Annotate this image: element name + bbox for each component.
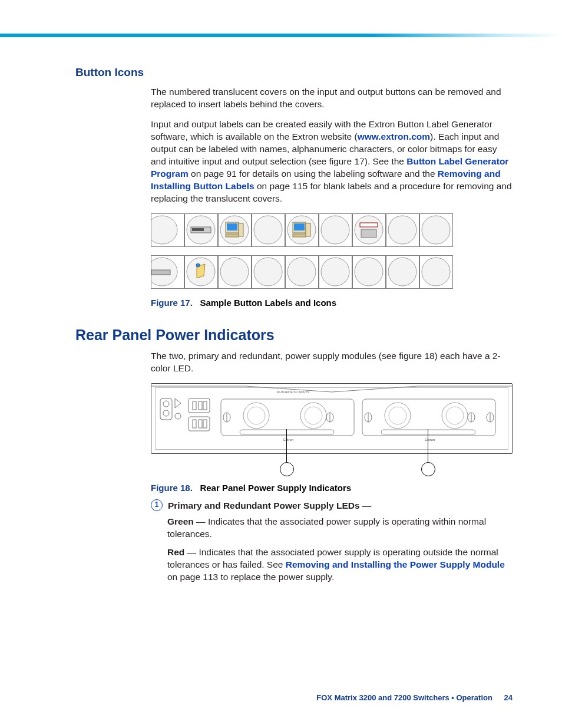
svg-point-27 — [287, 258, 316, 286]
svg-rect-8 — [226, 234, 239, 237]
figure18-rear-panel-diagram: MUTI-RATE SD INPUTS — [151, 383, 513, 454]
svg-point-29 — [355, 258, 383, 286]
svg-rect-38 — [193, 401, 196, 410]
callout-circle-icon — [421, 462, 435, 476]
icon-tile-pc — [285, 213, 319, 247]
callout-list: 1 Primary and Redundant Power Supply LED… — [151, 500, 513, 584]
icon-tile-empty — [386, 213, 419, 247]
button-icons-p2: Input and output labels can be created e… — [151, 118, 513, 205]
svg-point-58 — [389, 407, 406, 424]
icon-tile-empty — [386, 255, 419, 289]
text-run: Primary and Redundant Power Supply LEDs — [168, 500, 360, 510]
led-red-description: Red — Indicates that the associated powe… — [167, 546, 513, 584]
text-run: — Indicates that the associated power su… — [167, 516, 486, 539]
link-removing-and-installing-power-supply-module[interactable]: Removing and Installing the Power Supply… — [286, 559, 505, 569]
svg-point-24 — [196, 263, 200, 267]
icon-tile-empty — [252, 255, 285, 289]
text-run: on page 113 to replace the power supply. — [167, 572, 334, 582]
icon-tile-doc-camera — [184, 255, 218, 289]
svg-point-60 — [446, 407, 464, 424]
icon-tile — [151, 255, 184, 289]
icon-tile-vcr — [184, 213, 218, 247]
figure17-row2 — [151, 255, 513, 289]
figure-title: Rear Panel Power Supply Indicators — [200, 483, 351, 493]
figure17-row1 — [151, 213, 513, 247]
svg-point-15 — [321, 216, 349, 244]
svg-rect-67 — [381, 430, 475, 434]
svg-rect-7 — [239, 223, 243, 236]
callout-circle-icon — [280, 462, 294, 476]
top-accent-rule — [0, 34, 562, 37]
svg-rect-3 — [192, 228, 204, 231]
figure18-wrap: MUTI-RATE SD INPUTS — [151, 383, 513, 454]
icon-tile-empty — [319, 255, 352, 289]
callout-marker-icon: 1 — [151, 499, 163, 511]
page-footer: FOX Matrix 3200 and 7200 Switchers • Ope… — [316, 693, 513, 703]
svg-point-25 — [220, 258, 249, 286]
svg-point-31 — [422, 258, 450, 286]
svg-rect-39 — [199, 401, 202, 410]
svg-rect-42 — [193, 420, 196, 428]
svg-rect-22 — [151, 270, 170, 275]
footer-text: FOX Matrix 3200 and 7200 Switchers • Ope… — [316, 693, 492, 702]
svg-point-34 — [163, 401, 169, 407]
icon-tile-empty — [419, 255, 453, 289]
document-page: Button Icons The numbered translucent co… — [0, 0, 562, 728]
led-green-description: Green — Indicates that the associated po… — [167, 516, 513, 541]
page-content: Button Icons The numbered translucent co… — [75, 65, 513, 589]
figure17-caption: Figure 17. Sample Button Labels and Icon… — [151, 297, 513, 309]
callout-leader-line — [286, 429, 287, 465]
svg-point-0 — [151, 216, 177, 244]
icon-tile-empty — [218, 255, 252, 289]
text-run: — — [360, 500, 372, 510]
svg-rect-6 — [227, 223, 237, 230]
icon-tile — [151, 213, 184, 247]
icon-tile-switcher — [352, 213, 386, 247]
icon-tile-empty — [252, 213, 285, 247]
svg-point-26 — [254, 258, 282, 286]
svg-rect-44 — [203, 420, 207, 428]
svg-point-36 — [175, 413, 181, 419]
svg-point-9 — [254, 216, 282, 244]
svg-text:Extron: Extron — [283, 438, 293, 442]
page-number: 24 — [495, 693, 513, 702]
icon-tile-empty — [319, 213, 352, 247]
figure18-caption: Figure 18. Rear Panel Power Supply Indic… — [151, 482, 513, 494]
svg-rect-14 — [293, 234, 306, 237]
svg-rect-17 — [360, 223, 378, 227]
button-icons-p1: The numbered translucent covers on the i… — [151, 86, 513, 111]
svg-rect-54 — [240, 430, 334, 434]
icon-tile-pc — [218, 213, 252, 247]
svg-text:Extron: Extron — [425, 438, 435, 442]
svg-rect-13 — [306, 223, 310, 236]
svg-point-47 — [247, 407, 265, 424]
rear-panel-svg: MUTI-RATE SD INPUTS — [151, 384, 512, 453]
svg-point-19 — [388, 216, 416, 244]
svg-point-35 — [163, 410, 169, 416]
callout-item: 1 Primary and Redundant Power Supply LED… — [151, 500, 513, 512]
figure-title: Sample Button Labels and Icons — [200, 298, 336, 308]
svg-point-30 — [388, 258, 416, 286]
svg-rect-33 — [160, 398, 172, 420]
svg-text:MUTI-RATE SD INPUTS: MUTI-RATE SD INPUTS — [277, 390, 310, 394]
figure-number: Figure 18. — [151, 483, 193, 493]
icon-tile-empty — [352, 255, 386, 289]
svg-rect-18 — [361, 229, 376, 238]
icon-tile-empty — [419, 213, 453, 247]
callout-leader-line — [428, 429, 428, 465]
svg-rect-12 — [294, 223, 305, 230]
svg-point-28 — [321, 258, 349, 286]
callout-title: Primary and Redundant Power Supply LEDs … — [168, 500, 371, 512]
svg-point-20 — [422, 216, 450, 244]
svg-rect-43 — [199, 420, 202, 428]
icon-tile-empty — [285, 255, 319, 289]
heading-rear-panel: Rear Panel Power Indicators — [75, 325, 513, 345]
lead-word: Green — [167, 516, 194, 526]
svg-point-49 — [305, 407, 322, 424]
rear-panel-intro: The two, primary and redundant, power su… — [151, 350, 513, 375]
figure-number: Figure 17. — [151, 298, 193, 308]
lead-word: Red — [167, 547, 184, 557]
svg-rect-40 — [203, 401, 207, 410]
heading-button-icons: Button Icons — [75, 65, 513, 80]
link-extron-website[interactable]: www.extron.com — [358, 131, 430, 141]
